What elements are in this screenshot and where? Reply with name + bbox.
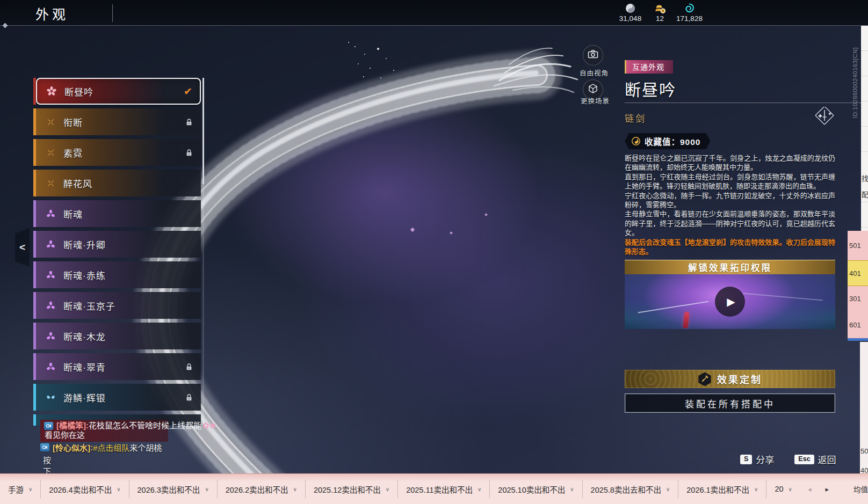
sword-hex-icon [698, 372, 712, 386]
cyan-spiral-icon [684, 2, 695, 14]
sheet-tab[interactable]: 2025.8卖出去和不出∨ [582, 480, 678, 498]
currency-value: 171,828 [676, 14, 703, 23]
background-spreadsheet-cells[interactable]: 501401301601 [848, 231, 868, 342]
effect-preview-video[interactable]: ▶ [625, 274, 835, 329]
dust-particles [348, 42, 349, 43]
chevron-down-icon: ∨ [570, 486, 574, 492]
background-spreadsheet-edge[interactable]: 找配单 [861, 26, 868, 231]
partial-cell-text: 配单 [862, 189, 868, 199]
cube-icon [588, 83, 598, 96]
flower-emoji: ✿❀ [202, 421, 216, 430]
sidebar-item-label: 醉花风 [63, 177, 92, 190]
sheet-tab[interactable]: 手游∨ [0, 480, 40, 498]
description-paragraph: 断昼吟在昆仑之巅已沉寂了千年。剑身之上，烛龙之血凝成的龙纹仍在幽幽流转，却始终无… [625, 154, 835, 172]
flower-icon [46, 85, 57, 97]
sheet-tab-label: 2026.1卖出和不出 [686, 484, 749, 495]
sidebar-item[interactable]: 醉花风 [33, 170, 201, 196]
team-invite-link[interactable]: #点击组队 [93, 442, 129, 453]
pinwheel-icon [45, 147, 56, 158]
ice-streak [638, 301, 708, 313]
share-key-badge: S [740, 455, 752, 464]
lock-icon [185, 363, 193, 371]
sheet-tab-label: 2026.2卖出和不出 [226, 484, 288, 495]
sidebar-item[interactable]: 断昼吟✔ [33, 78, 201, 105]
sheet-tab[interactable]: 2026.3卖出和不出∨ [129, 480, 217, 498]
sidebar-scrollbar-thumb[interactable] [202, 78, 204, 184]
sidebar-item[interactable]: 断魂·赤练 [33, 261, 201, 288]
sidebar-item[interactable]: 断魂·木龙 [33, 323, 201, 349]
sheet-tab[interactable]: 2025.10卖出和不出∨ [489, 480, 582, 498]
chevron-down-icon: ∨ [754, 486, 758, 492]
lock-icon [185, 149, 193, 157]
chat-sender-name: [怜心似水] [53, 442, 90, 453]
sheet-tab[interactable]: 2026.1卖出和不出∨ [678, 480, 766, 498]
sidebar-item[interactable]: 游鳞·辉银 [33, 384, 201, 411]
sheet-tab-label: 2025.10卖出和不出 [498, 484, 565, 495]
appearance-list: 断昼吟✔衔断素霓醉花风断魂断魂·升卿断魂·赤练断魂·玉京子断魂·木龙断魂·翠青游… [33, 78, 201, 426]
sidebar-item[interactable]: 素霓 [33, 139, 201, 166]
equip-all-label: 装配在所有搭配中 [685, 397, 775, 410]
sidebar-item[interactable]: 断魂·玉京子 [33, 292, 201, 319]
play-icon: ▶ [727, 295, 735, 308]
sidebar-collapse-arrow[interactable]: < [15, 228, 30, 267]
partial-cell-text: 50 [860, 447, 868, 455]
panel-divider [625, 103, 861, 103]
sheet-tab[interactable]: 2025.12卖出和不出∨ [305, 480, 397, 498]
chevron-down-icon: ∨ [28, 486, 32, 492]
spreadsheet-sheet-bar: 手游∨2026.4卖出和不出∨2026.3卖出和不出∨2026.2卖出和不出∨2… [0, 473, 868, 504]
sidebar-item[interactable]: 断魂·翠青 [33, 353, 201, 380]
play-button[interactable]: ▶ [715, 287, 745, 317]
butterfly-icon [45, 391, 56, 403]
skin-title: 断昼吟 [625, 77, 835, 100]
effect-customize-button[interactable]: 效果定制 [625, 370, 835, 388]
sidebar-item[interactable]: 衔断 [33, 108, 201, 135]
game-appearance-screen: 外观 31,04812171,828 自由视角 更换场景 ID:10288000… [0, 0, 868, 504]
chevron-down-icon: ∨ [117, 486, 120, 492]
currency-0[interactable]: 31,048 [616, 2, 645, 23]
sidebar-item[interactable]: 断魂 [33, 200, 201, 227]
gold-ingot-icon [654, 2, 666, 14]
trillium-icon [45, 300, 56, 311]
chat-channel-icon [44, 422, 53, 430]
sword-diamond-icon [814, 107, 835, 128]
sheet-nav: ◂ ▸ [808, 485, 829, 493]
currency-1[interactable]: 12 [645, 2, 675, 23]
chevron-left-icon: < [19, 242, 25, 253]
chevron-down-icon: ∨ [205, 486, 208, 492]
sidebar-item-label: 断魂·木龙 [63, 330, 106, 343]
stat-average: 均值: 6535793616 [853, 484, 868, 494]
trillium-icon [45, 238, 56, 250]
sheet-tab[interactable]: 20∨ [766, 480, 800, 498]
back-button[interactable]: Esc 返回 [794, 452, 836, 466]
background-spreadsheet-edge-lower[interactable]: 5040 [860, 342, 868, 473]
currency-2[interactable]: 171,828 [675, 2, 704, 23]
share-button[interactable]: S 分享 [740, 452, 774, 466]
sheet-stats: 均值: 6535793616 计数: 25 求和: 32678968079 [853, 484, 868, 494]
player-id-watermark: ID:10288000240163[CN] [852, 47, 858, 118]
sheet-prev-arrow[interactable]: ◂ [808, 485, 812, 493]
sheet-tab[interactable]: 2026.2卖出和不出∨ [217, 480, 305, 498]
trillium-icon [45, 361, 56, 372]
equip-all-button[interactable]: 装配在所有搭配中 [625, 393, 835, 413]
sidebar-item-label: 游鳞·辉银 [63, 391, 106, 404]
chevron-down-icon: ∨ [386, 486, 389, 492]
lock-icon [185, 118, 193, 126]
chat-text-line2: 看见你在这 [45, 430, 85, 440]
spreadsheet-cell: 401 [848, 260, 868, 286]
title-divider [112, 4, 113, 22]
pinwheel-icon [45, 177, 56, 189]
chat-sender-name: [橘橘笨] [56, 421, 86, 430]
sidebar-item-label: 衔断 [63, 115, 83, 129]
sheet-next-arrow[interactable]: ▸ [825, 485, 829, 493]
character-figure [683, 312, 689, 328]
description-paragraph: 主母静立雪中，看着链刃在少女面前温顺垂落的姿态，那双数年平淡的眸子里，终于泛起涟… [625, 209, 835, 237]
unlock-effect-banner: 解锁效果拓印权限 [625, 260, 835, 274]
sheet-tab-label: 2025.12卖出和不出 [314, 484, 381, 495]
sheet-tab[interactable]: 2026.4卖出和不出∨ [40, 480, 128, 498]
sheet-tab[interactable]: 2025.11卖出和不出∨ [397, 480, 489, 498]
collection-value: 收藏值：9000 [645, 135, 700, 147]
top-bar: 外观 31,04812171,828 [0, 0, 868, 26]
free-camera-button[interactable] [583, 45, 603, 65]
sidebar-item[interactable]: 断魂·升卿 [33, 231, 201, 258]
taiji-coin-icon [625, 2, 636, 14]
